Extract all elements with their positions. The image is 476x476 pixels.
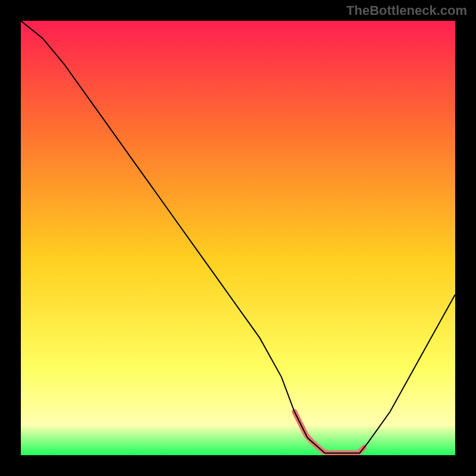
watermark-text: TheBottleneck.com	[346, 3, 467, 18]
bottleneck-curve	[21, 21, 455, 453]
curve-layer	[21, 21, 455, 455]
plot-area	[21, 21, 455, 455]
